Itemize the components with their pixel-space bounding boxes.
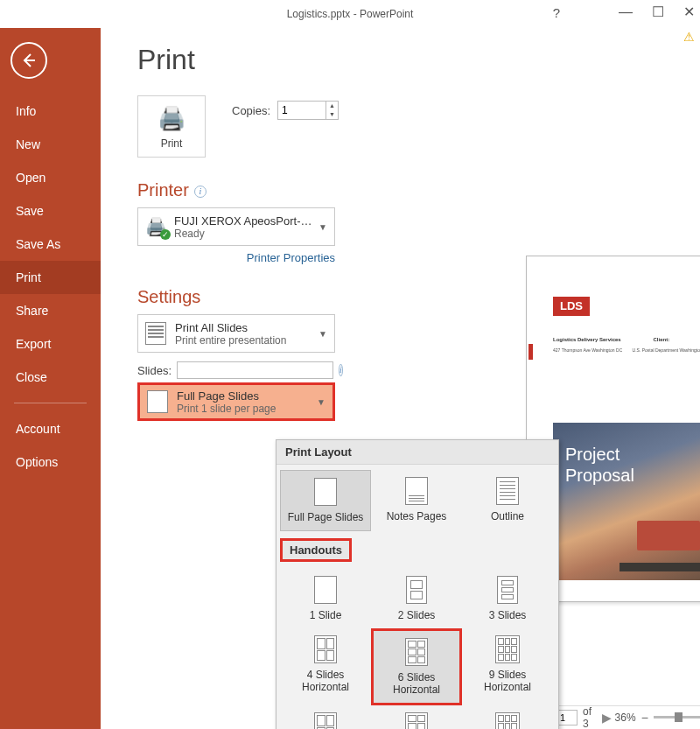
truck-graphic xyxy=(637,517,700,564)
chevron-down-icon: ▼ xyxy=(317,397,326,407)
sidebar-item-new[interactable]: New xyxy=(0,128,101,161)
preview-hero-title: Project Proposal xyxy=(565,444,634,486)
sidebar-item-saveas[interactable]: Save As xyxy=(0,228,101,261)
sidebar-item-share[interactable]: Share xyxy=(0,294,101,327)
info-icon[interactable]: i xyxy=(194,186,206,198)
page-icon xyxy=(147,390,168,413)
backstage-sidebar: Info New Open Save Save As Print Share E… xyxy=(0,28,101,729)
handout-6-slides-horizontal[interactable]: 6 Slides Horizontal xyxy=(371,628,462,705)
print-button[interactable]: 🖨️ Print xyxy=(137,95,206,158)
info-icon[interactable]: i xyxy=(339,364,343,376)
print-button-label: Print xyxy=(158,137,186,150)
printer-properties-link[interactable]: Printer Properties xyxy=(137,251,335,264)
handout-3-slides[interactable]: 3 Slides xyxy=(462,569,553,628)
preview-hero: Project Proposal xyxy=(553,423,700,580)
copies-label: Copies: xyxy=(232,104,270,117)
layout-notes-pages[interactable]: Notes Pages xyxy=(371,470,462,531)
sidebar-item-print[interactable]: Print xyxy=(0,261,101,294)
chevron-down-icon: ▼ xyxy=(318,329,327,339)
copies-spinner[interactable]: ▲▼ xyxy=(326,101,339,120)
handout-2-slides[interactable]: 2 Slides xyxy=(371,569,462,628)
sidebar-item-open[interactable]: Open xyxy=(0,161,101,194)
handout-4-slides-vertical[interactable]: 4 Slides Vertical xyxy=(280,705,371,729)
title-bar: Logistics.pptx - PowerPoint ? — ☐ ✕ xyxy=(0,0,700,28)
layout-selector[interactable]: Full Page Slides Print 1 slide per page … xyxy=(137,382,335,421)
page-title: Print xyxy=(137,44,700,76)
chevron-down-icon: ▼ xyxy=(318,222,327,232)
slides-label: Slides: xyxy=(137,364,172,377)
layout-outline[interactable]: Outline xyxy=(462,470,553,531)
help-icon[interactable]: ? xyxy=(553,5,560,20)
sidebar-item-export[interactable]: Export xyxy=(0,327,101,361)
print-range-selector[interactable]: Print All Slides Print entire presentati… xyxy=(137,314,335,353)
preview-logo: LDS xyxy=(553,297,590,316)
handout-1-slide[interactable]: 1 Slide xyxy=(280,569,371,628)
minimize-icon[interactable]: — xyxy=(619,4,633,20)
zoom-value: 36% xyxy=(615,711,636,724)
copies-input[interactable] xyxy=(277,101,326,120)
printer-status: Ready xyxy=(174,228,318,240)
printer-name: FUJI XEROX ApeosPort-VI C3... xyxy=(174,214,318,228)
layout-dropdown: Print Layout Full Page Slides Notes Page… xyxy=(276,439,559,729)
sidebar-item-close[interactable]: Close xyxy=(0,361,101,394)
window-title: Logistics.pptx - PowerPoint xyxy=(287,8,414,20)
handout-6-slides-vertical[interactable]: 6 Slides Vertical xyxy=(371,705,462,729)
sidebar-item-save[interactable]: Save xyxy=(0,194,101,228)
handout-4-slides-horizontal[interactable]: 4 Slides Horizontal xyxy=(280,628,371,705)
printer-icon: 🖨️ xyxy=(158,105,186,132)
sidebar-item-account[interactable]: Account xyxy=(0,412,101,445)
slides-icon xyxy=(145,322,166,345)
zoom-slider[interactable] xyxy=(654,716,700,718)
sidebar-item-info[interactable]: Info xyxy=(0,95,101,128)
dropdown-header-handouts: Handouts xyxy=(280,538,352,562)
slides-input[interactable] xyxy=(177,361,333,379)
page-count: of 3 xyxy=(583,705,593,730)
zoom-out-button[interactable]: − xyxy=(641,711,648,725)
printer-selector[interactable]: 🖨️✓ FUJI XEROX ApeosPort-VI C3... Ready … xyxy=(137,207,335,246)
printer-device-icon: 🖨️✓ xyxy=(145,216,167,237)
close-icon[interactable]: ✕ xyxy=(683,4,695,20)
handout-9-slides-vertical[interactable]: 9 Slides Vertical xyxy=(462,705,553,729)
next-page-button[interactable]: ▶ xyxy=(598,711,615,725)
handout-9-slides-horizontal[interactable]: 9 Slides Horizontal xyxy=(462,628,553,705)
dropdown-header-printlayout: Print Layout xyxy=(276,440,558,465)
back-button[interactable] xyxy=(10,42,47,79)
maximize-icon[interactable]: ☐ xyxy=(652,4,664,20)
sidebar-item-options[interactable]: Options xyxy=(0,445,101,479)
layout-full-page-slides[interactable]: Full Page Slides xyxy=(280,470,371,531)
